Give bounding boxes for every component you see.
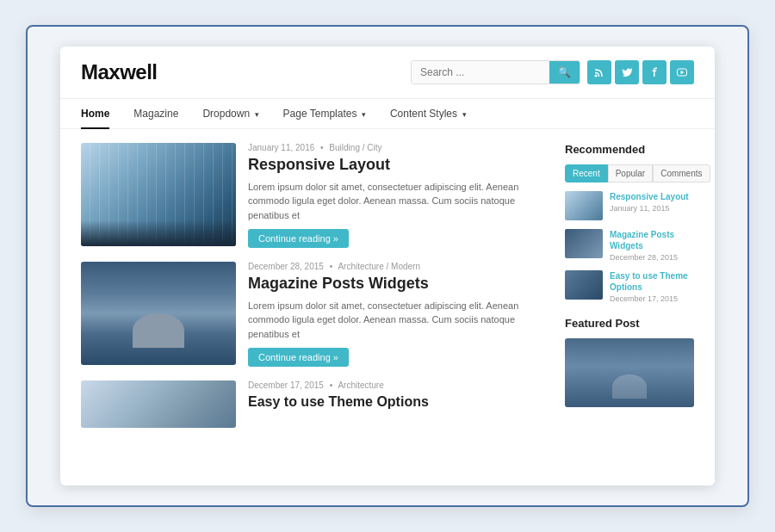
read-more-button-2[interactable]: Continue reading »: [248, 348, 349, 367]
search-button[interactable]: 🔍: [549, 61, 580, 84]
flowers-image: [81, 380, 236, 428]
post-card-3: December 17, 2015 • Architecture Easy to…: [81, 380, 548, 428]
site-nav: Home Magazine Dropdown ▾ Page Templates …: [60, 99, 715, 129]
rec-thumb-2: [565, 229, 603, 258]
post-image-1: [81, 143, 236, 246]
rec-date-2: December 28, 2015: [610, 253, 694, 262]
post-title-1[interactable]: Responsive Layout: [248, 156, 548, 175]
rec-thumb-1: [565, 191, 603, 220]
recommended-item-3: Easy to use Theme Options December 17, 2…: [565, 270, 694, 303]
content-styles-arrow: ▾: [460, 110, 467, 119]
post-content-1: January 11, 2016 • Building / City Respo…: [248, 143, 548, 248]
tab-recent[interactable]: Recent: [565, 164, 608, 182]
recommended-section: Recommended Recent Popular Comments Resp…: [565, 143, 694, 303]
rec-text-2: Magazine Posts Widgets December 28, 2015: [610, 229, 694, 262]
observatory-image: [81, 262, 236, 365]
nav-item-page-templates[interactable]: Page Templates ▾: [271, 99, 378, 128]
tab-comments[interactable]: Comments: [653, 164, 710, 182]
site-header: Maxwell 🔍: [60, 46, 715, 99]
post-meta-1: January 11, 2016 • Building / City: [248, 143, 548, 152]
posts-column: January 11, 2016 • Building / City Respo…: [81, 143, 548, 472]
search-input[interactable]: [412, 61, 549, 84]
search-box: 🔍: [411, 60, 580, 84]
post-card: January 11, 2016 • Building / City Respo…: [81, 143, 548, 248]
featured-section: Featured Post: [565, 317, 694, 407]
facebook-icon[interactable]: [642, 60, 666, 84]
recommended-item-1: Responsive Layout January 11, 2015: [565, 191, 694, 220]
outer-border: Maxwell 🔍: [26, 25, 749, 507]
tab-buttons: Recent Popular Comments: [565, 164, 694, 182]
rec-text-1: Responsive Layout January 11, 2015: [610, 191, 694, 213]
sidebar: Recommended Recent Popular Comments Resp…: [565, 143, 694, 472]
svg-marker-2: [681, 71, 685, 74]
rec-image-1: [565, 191, 603, 220]
youtube-icon[interactable]: [670, 60, 694, 84]
nav-item-home[interactable]: Home: [81, 99, 121, 128]
rec-title-3[interactable]: Easy to use Theme Options: [610, 270, 694, 293]
rec-title-1[interactable]: Responsive Layout: [610, 191, 694, 202]
svg-point-0: [595, 75, 598, 77]
post-image-3: [81, 380, 236, 428]
rec-image-3: [565, 270, 603, 300]
post-content-3: December 17, 2015 • Architecture Easy to…: [248, 380, 548, 415]
nav-item-dropdown[interactable]: Dropdown ▾: [190, 99, 270, 128]
featured-image: [565, 338, 694, 407]
site-title: Maxwell: [81, 60, 158, 84]
twitter-icon[interactable]: [615, 60, 639, 84]
social-icons: [587, 60, 694, 84]
rec-image-2: [565, 229, 603, 258]
header-right: 🔍: [411, 60, 694, 84]
dropdown-arrow: ▾: [252, 110, 259, 119]
rec-date-3: December 17, 2015: [610, 294, 694, 303]
post-card-2: December 28, 2015 • Architecture / Moder…: [81, 262, 548, 367]
browser-window: Maxwell 🔍: [60, 46, 715, 486]
nav-item-magazine[interactable]: Magazine: [121, 99, 190, 128]
post-excerpt-2: Lorem ipsum dolor sit amet, consectetuer…: [248, 299, 548, 342]
recommended-item-2: Magazine Posts Widgets December 28, 2015: [565, 229, 694, 262]
featured-title: Featured Post: [565, 317, 694, 330]
rec-date-1: January 11, 2015: [610, 204, 694, 213]
rec-thumb-3: [565, 270, 603, 300]
rec-title-2[interactable]: Magazine Posts Widgets: [610, 229, 694, 251]
rec-text-3: Easy to use Theme Options December 17, 2…: [610, 270, 694, 303]
page-templates-arrow: ▾: [359, 110, 366, 119]
post-title-3[interactable]: Easy to use Theme Options: [248, 393, 548, 410]
rss-icon[interactable]: [587, 60, 611, 84]
post-image-2: [81, 262, 236, 365]
recommended-title: Recommended: [565, 143, 694, 156]
nav-item-content-styles[interactable]: Content Styles ▾: [378, 99, 479, 128]
post-content-2: December 28, 2015 • Architecture / Moder…: [248, 262, 548, 367]
main-content: January 11, 2016 • Building / City Respo…: [60, 129, 715, 486]
post-meta-2: December 28, 2015 • Architecture / Moder…: [248, 262, 548, 271]
featured-thumb: [565, 338, 694, 407]
read-more-button-1[interactable]: Continue reading »: [248, 229, 349, 248]
post-meta-3: December 17, 2015 • Architecture: [248, 380, 548, 390]
post-title-2[interactable]: Magazine Posts Widgets: [248, 275, 548, 294]
post-excerpt-1: Lorem ipsum dolor sit amet, consectetuer…: [248, 180, 548, 223]
tab-popular[interactable]: Popular: [608, 164, 653, 182]
building-image: [81, 143, 236, 246]
